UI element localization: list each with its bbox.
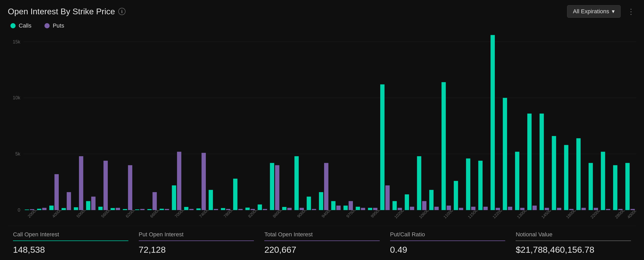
svg-rect-91: [552, 136, 556, 210]
svg-rect-69: [417, 156, 422, 210]
svg-rect-43: [258, 204, 262, 210]
svg-rect-18: [103, 161, 108, 210]
svg-rect-41: [245, 208, 250, 210]
svg-rect-39: [233, 179, 238, 210]
svg-rect-83: [503, 98, 507, 210]
total-oi-underline: [264, 240, 380, 241]
svg-rect-80: [483, 207, 488, 210]
svg-rect-45: [270, 163, 274, 210]
svg-rect-51: [307, 197, 311, 210]
svg-rect-86: [520, 208, 525, 210]
puts-legend-label: Puts: [53, 22, 64, 29]
chart-header: Open Interest By Strike Price ℹ All Expi…: [8, 5, 636, 18]
chart-title: Open Interest By Strike Price: [8, 7, 115, 16]
svg-rect-75: [454, 181, 458, 210]
chevron-down-icon: ▾: [612, 8, 615, 15]
x-axis-label: 50000: [73, 210, 89, 221]
x-axis: 2000040000500005600062000660007000074000…: [23, 210, 636, 223]
total-oi-label: Total Open Interest: [264, 231, 380, 238]
svg-rect-62: [373, 208, 378, 210]
x-axis-label: 86000: [270, 210, 286, 221]
svg-rect-92: [557, 208, 561, 210]
puts-legend-item: Puts: [44, 22, 64, 29]
svg-rect-15: [86, 201, 90, 210]
svg-rect-88: [533, 206, 537, 210]
notional-underline: [516, 240, 631, 241]
svg-rect-90: [545, 208, 549, 210]
svg-rect-67: [405, 194, 409, 210]
svg-rect-55: [331, 201, 336, 210]
svg-rect-10: [55, 174, 59, 210]
x-axis-label: 74000: [196, 210, 212, 221]
put-call-underline: [390, 240, 505, 241]
title-section: Open Interest By Strike Price ℹ: [8, 7, 126, 16]
put-oi-value: 72,128: [139, 245, 254, 255]
y-axis: 20k15k10k5k0: [8, 33, 23, 210]
put-oi-underline: [139, 240, 254, 241]
x-axis-label: 82000: [245, 210, 261, 221]
expiration-dropdown[interactable]: All Expirations ▾: [567, 5, 621, 18]
svg-rect-58: [349, 201, 353, 210]
svg-rect-81: [491, 35, 495, 210]
svg-rect-13: [74, 207, 78, 210]
svg-rect-85: [515, 152, 520, 210]
x-axis-label: 70000: [172, 210, 188, 221]
svg-rect-35: [209, 190, 213, 210]
stat-notional: Notional Value $21,788,460,156.78: [510, 231, 636, 255]
svg-rect-60: [361, 208, 365, 210]
svg-rect-20: [116, 208, 120, 210]
put-call-label: Put/Call Ratio: [390, 231, 505, 238]
svg-rect-48: [287, 208, 292, 210]
x-axis-label: 180000: [564, 210, 580, 221]
bars-container: [23, 33, 636, 210]
calls-legend-dot: [10, 23, 16, 28]
x-axis-label: 115000: [466, 210, 482, 221]
x-axis-label: 62000: [122, 210, 139, 221]
svg-rect-14: [79, 156, 83, 210]
svg-rect-47: [282, 207, 287, 210]
svg-rect-17: [98, 207, 103, 210]
svg-rect-96: [581, 208, 586, 210]
svg-rect-99: [601, 152, 605, 210]
svg-rect-77: [466, 158, 470, 210]
svg-rect-68: [410, 207, 414, 210]
x-axis-label: 400000: [625, 210, 636, 221]
info-icon[interactable]: ℹ: [118, 8, 126, 15]
svg-rect-72: [435, 207, 439, 210]
y-axis-label: 5k: [15, 151, 20, 157]
total-oi-value: 220,667: [264, 245, 380, 255]
svg-rect-84: [508, 207, 512, 210]
svg-rect-46: [275, 165, 279, 210]
x-axis-label: 102000: [392, 210, 408, 221]
y-axis-label: 15k: [13, 39, 20, 45]
svg-rect-59: [356, 207, 360, 210]
puts-legend-dot: [44, 23, 50, 28]
x-axis-label: 94000: [319, 210, 335, 221]
svg-rect-70: [422, 201, 426, 210]
svg-rect-101: [613, 165, 617, 210]
svg-rect-65: [392, 201, 397, 210]
svg-rect-89: [540, 114, 544, 210]
stat-put-call-ratio: Put/Call Ratio 0.49: [385, 231, 511, 255]
svg-rect-63: [380, 84, 385, 210]
x-axis-label: 99500: [367, 210, 384, 221]
svg-rect-37: [221, 208, 225, 210]
x-axis-label: 56000: [98, 210, 114, 221]
svg-rect-31: [184, 207, 189, 210]
svg-rect-8: [42, 208, 47, 210]
stat-put-oi: Put Open Interest 72,128: [134, 231, 259, 255]
stat-call-oi: Call Open Interest 148,538: [8, 231, 134, 255]
x-axis-label: 106000: [417, 210, 433, 221]
svg-rect-49: [294, 156, 299, 210]
svg-rect-12: [67, 192, 71, 210]
svg-rect-95: [576, 138, 581, 210]
svg-rect-61: [368, 208, 372, 210]
svg-rect-19: [111, 208, 115, 210]
x-axis-label: 97500: [343, 210, 359, 221]
svg-rect-30: [177, 152, 181, 210]
chart-area: 20k15k10k5k0 200004000050000560006200066…: [8, 33, 636, 223]
svg-rect-16: [91, 197, 96, 210]
svg-rect-103: [625, 163, 630, 210]
svg-rect-74: [447, 206, 451, 210]
more-options-button[interactable]: ⋮: [626, 6, 636, 17]
